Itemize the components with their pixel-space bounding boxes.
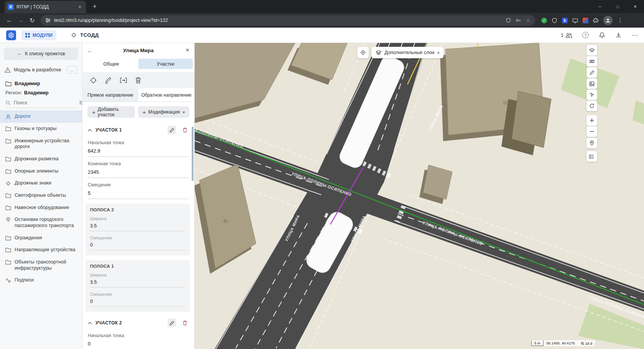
direction-tab-backward[interactable]: Обратное направление (138, 88, 194, 102)
url-text[interactable]: test2.ritm3.ru/app/planning/tsodd/projec… (54, 18, 168, 23)
zoom-in-button[interactable] (586, 115, 597, 126)
sidebar-item-road-signs[interactable]: Дорожные знаки (0, 177, 82, 189)
map-legend-button[interactable] (586, 151, 597, 162)
additional-layers-dropdown[interactable]: Дополнительные слои ▾ (371, 47, 444, 58)
sidebar-item-roads[interactable]: Дороги (0, 110, 82, 123)
image-icon (589, 81, 595, 86)
sidebar-item-bus-stops[interactable]: Остановки городского пассажирского транс… (0, 214, 82, 232)
map-reset-rotation-button[interactable] (586, 100, 597, 111)
lane-offset-value[interactable]: 0 (90, 240, 185, 250)
field-label: Конечная точка (88, 161, 189, 166)
modules-button[interactable]: МОДУЛИ (21, 30, 56, 40)
dev-notice-more-button[interactable]: ... (67, 66, 77, 74)
vehicles[interactable] (304, 54, 406, 276)
back-to-projects-button[interactable]: ← К списку проектов (4, 48, 78, 60)
privacy-shield-icon[interactable] (506, 18, 511, 23)
map-pointer-button[interactable] (586, 89, 597, 100)
panel-close-icon[interactable]: × (182, 46, 189, 54)
start-point-value[interactable]: 0 (88, 341, 189, 349)
online-users-button[interactable]: 1 (561, 32, 572, 38)
my-location-button[interactable] (586, 138, 597, 148)
layers-icon (376, 50, 381, 55)
sidebar-item-label: Ограждения (15, 235, 42, 241)
map-layers-button[interactable] (586, 45, 597, 56)
sidebar-item-fences[interactable]: Ограждения (0, 232, 82, 244)
reload-button[interactable]: ↻ (27, 15, 38, 26)
sidebar-item-markings[interactable]: Дорожная разметка (0, 153, 82, 165)
map-3d-scene[interactable]: 12 41 УЛИЦА МИРА УЛИЦА МИРА УЛИЦА МИРА У… (195, 43, 644, 349)
add-section-button[interactable]: + Добавить участок (87, 106, 135, 118)
address-bar[interactable]: test2.ritm3.ru/app/planning/tsodd/projec… (41, 15, 535, 26)
sidebar-item-labels[interactable]: Подписи (0, 274, 82, 286)
folder-icon (5, 205, 11, 210)
offset-value[interactable]: 5 (88, 190, 189, 199)
start-point-value[interactable]: 642.9 (88, 148, 189, 157)
window-minimize-button[interactable]: ─ (591, 0, 609, 13)
chevron-up-icon[interactable] (88, 322, 92, 324)
tab-close-icon[interactable]: × (77, 4, 83, 10)
tab-sections[interactable]: Участки (138, 59, 193, 69)
shield-extension-icon[interactable] (552, 18, 557, 23)
tab-general[interactable]: Общее (84, 59, 138, 69)
screen-extension-icon[interactable] (572, 18, 578, 23)
window-close-button[interactable]: ✕ (626, 0, 644, 13)
sidebar-item-transport-infrastructure[interactable]: Объекты транспортной инфраструктуры (0, 256, 82, 274)
sidebar-item-guiding-devices[interactable]: Направляющие устройства (0, 244, 82, 256)
map-3d-toggle-button[interactable]: 3D (586, 56, 597, 67)
sidebar-item-supports[interactable]: Опорные элементы (0, 165, 82, 178)
b-extension-icon[interactable]: b (562, 18, 568, 23)
colored-extension-icon[interactable] (583, 18, 588, 23)
browser-tabstrip: R RITM³ | ТСОДД × + ─ □ ✕ (0, 0, 644, 13)
edit-geometry-icon[interactable] (105, 77, 112, 84)
profile-avatar[interactable] (603, 16, 613, 25)
extensions-puzzle-icon[interactable] (593, 18, 599, 23)
delete-section-button[interactable] (181, 126, 189, 134)
forward-button[interactable]: → (15, 15, 26, 26)
back-button[interactable]: ← (4, 15, 15, 26)
delete-trash-icon[interactable] (135, 77, 141, 84)
map-status-bar: 5 m 56.1450, 40.4175 18.9 (531, 340, 595, 346)
app-logo[interactable] (6, 30, 16, 40)
map-locate-button[interactable] (357, 47, 369, 58)
notifications-bell-icon[interactable] (599, 32, 605, 38)
lane-width-value[interactable]: 3.5 (90, 277, 185, 288)
direction-tab-forward[interactable]: Прямое направление (82, 88, 138, 102)
sidebar-item-lawns[interactable]: Газоны и тротуары (0, 123, 82, 135)
delete-section-button[interactable] (181, 319, 189, 327)
filter-sliders-icon[interactable] (79, 100, 82, 105)
sidebar-item-traffic-lights[interactable]: Светофорные объекты (0, 189, 82, 202)
help-button[interactable]: ? (582, 32, 589, 38)
map-canvas[interactable]: 12 41 УЛИЦА МИРА УЛИЦА МИРА УЛИЦА МИРА У… (195, 43, 644, 349)
map-basemap-button[interactable] (586, 78, 597, 89)
tune-icon[interactable] (45, 18, 51, 23)
panel-back-icon[interactable]: ← (87, 47, 95, 54)
map-draw-button[interactable] (586, 67, 597, 78)
grid-icon (25, 33, 30, 38)
panel-scrollbar[interactable] (192, 127, 194, 181)
download-icon[interactable] (615, 32, 622, 38)
check-circle-extension-icon[interactable]: ✓ (541, 18, 547, 23)
locate-target-icon[interactable] (90, 77, 97, 84)
sidebar-item-label: Светофорные объекты (15, 193, 66, 199)
app-name-breadcrumb[interactable]: ТСОДД (71, 32, 99, 38)
window-maximize-button[interactable]: □ (609, 0, 626, 13)
edit-section-button[interactable] (168, 319, 176, 327)
modification-button[interactable]: + Модификация ▾ (138, 106, 189, 118)
browser-tab[interactable]: R RITM³ | ТСОДД × (5, 1, 86, 13)
sidebar-item-mounted-equipment[interactable]: Навесное оборудование (0, 202, 82, 214)
browser-menu-icon[interactable]: ⋮ (616, 17, 624, 24)
sidebar-item-engineering[interactable]: Инженерные устройства дороги (0, 135, 82, 153)
new-tab-button[interactable]: + (90, 3, 100, 11)
lane-offset-value[interactable]: 0 (90, 296, 185, 307)
search-input[interactable] (14, 100, 76, 105)
mirror-direction-icon[interactable] (120, 77, 127, 84)
password-key-icon[interactable] (516, 18, 521, 23)
app-menu-icon[interactable]: ⋯ (632, 31, 638, 39)
zoom-out-button[interactable] (586, 126, 597, 137)
edit-section-button[interactable] (168, 126, 176, 134)
lane-width-value[interactable]: 3.5 (90, 221, 185, 231)
building[interactable] (512, 91, 551, 148)
chevron-up-icon[interactable] (88, 129, 92, 132)
bookmark-star-icon[interactable]: ☆ (526, 17, 531, 23)
end-point-value[interactable]: 2345 (88, 169, 189, 178)
